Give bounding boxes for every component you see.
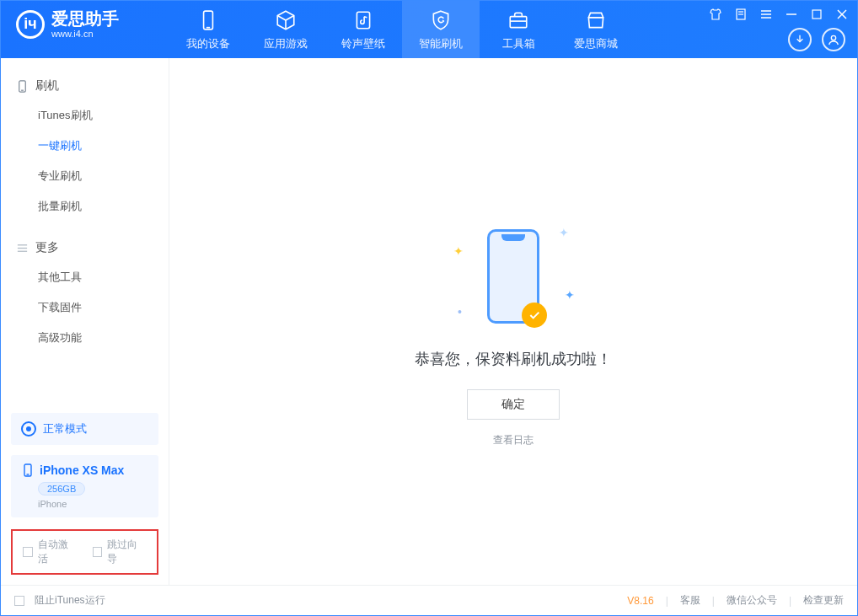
device-capacity: 256GB [38, 482, 85, 495]
sparkle-icon: ✦ [453, 244, 464, 258]
ok-button[interactable]: 确定 [467, 389, 560, 420]
footer-link-update[interactable]: 检查更新 [803, 593, 844, 608]
svg-point-18 [831, 35, 835, 40]
music-file-icon [352, 9, 374, 31]
toolbox-icon [507, 9, 529, 31]
brand-url: www.i4.cn [51, 29, 119, 40]
footer-link-support[interactable]: 客服 [680, 593, 700, 608]
sidebar-item-other[interactable]: 其他工具 [1, 262, 169, 292]
download-icon[interactable] [788, 28, 812, 51]
sidebar-bottom: 正常模式 iPhone XS Max 256GB iPhone 自动激活 [1, 413, 169, 585]
tab-flash[interactable]: 智能刷机 [402, 1, 480, 58]
phone-illustration-icon [487, 229, 539, 324]
titlebar: iч 爱思助手 www.i4.cn 我的设备 应用游戏 铃声壁纸 智能刷机 [1, 1, 857, 58]
phone-small-icon [21, 463, 35, 477]
tab-ringtone[interactable]: 铃声壁纸 [324, 1, 402, 58]
success-illustration: ✦ ✦ • ✦ [487, 229, 539, 324]
mode-card[interactable]: 正常模式 [11, 413, 158, 445]
sidebar-item-oneclick[interactable]: 一键刷机 [1, 131, 169, 161]
tab-store[interactable]: 爱思商城 [557, 1, 635, 58]
checkbox-block-itunes[interactable]: 阻止iTunes运行 [14, 593, 105, 608]
top-tabs: 我的设备 应用游戏 铃声壁纸 智能刷机 工具箱 爱思商城 [169, 1, 635, 58]
device-type: iPhone [38, 499, 148, 509]
store-icon [585, 9, 607, 31]
sidebar-item-pro[interactable]: 专业刷机 [1, 161, 169, 191]
cube-icon [275, 9, 297, 31]
phone-icon [197, 9, 219, 31]
refresh-shield-icon [430, 9, 452, 31]
tab-apps[interactable]: 应用游戏 [247, 1, 324, 58]
header-actions [788, 28, 845, 51]
minimize-icon[interactable] [785, 8, 798, 21]
checkbox-skip-guide[interactable]: 跳过向导 [93, 538, 147, 566]
main-content: ✦ ✦ • ✦ 恭喜您，保资料刷机成功啦！ 确定 查看日志 [169, 58, 857, 585]
menu-icon[interactable] [759, 8, 773, 21]
checkbox-auto-activate[interactable]: 自动激活 [23, 538, 78, 566]
body: 刷机 iTunes刷机 一键刷机 专业刷机 批量刷机 更多 其他工具 下载固件 … [1, 58, 857, 585]
mode-label: 正常模式 [43, 421, 87, 437]
close-icon[interactable] [835, 8, 849, 21]
tab-device[interactable]: 我的设备 [169, 1, 247, 58]
sidebar-group-more: 更多 [1, 233, 169, 262]
sidebar-item-firmware[interactable]: 下载固件 [1, 292, 169, 323]
device-card[interactable]: iPhone XS Max 256GB iPhone [11, 455, 158, 517]
mode-indicator-icon [21, 421, 36, 437]
footer-link-wechat[interactable]: 微信公众号 [727, 593, 777, 608]
sidebar-item-batch[interactable]: 批量刷机 [1, 191, 169, 222]
checkbox-icon [23, 547, 33, 557]
device-icon [16, 80, 29, 93]
sparkle-icon: ✦ [565, 288, 575, 302]
svg-rect-0 [204, 11, 213, 29]
window-controls [709, 8, 849, 21]
sparkle-icon: • [458, 305, 462, 319]
options-highlight: 自动激活 跳过向导 [11, 529, 158, 575]
note-icon[interactable] [734, 8, 748, 21]
sidebar-group-flash: 刷机 [1, 72, 169, 100]
check-badge-icon [522, 303, 547, 328]
sidebar-item-itunes[interactable]: iTunes刷机 [1, 100, 169, 131]
view-log-link[interactable]: 查看日志 [493, 433, 534, 447]
sidebar: 刷机 iTunes刷机 一键刷机 专业刷机 批量刷机 更多 其他工具 下载固件 … [1, 58, 169, 585]
checkbox-icon [14, 596, 24, 606]
tab-toolbox[interactable]: 工具箱 [480, 1, 557, 58]
maximize-icon[interactable] [810, 8, 823, 21]
svg-rect-3 [357, 12, 369, 29]
svg-rect-4 [510, 17, 527, 28]
success-message: 恭喜您，保资料刷机成功啦！ [415, 349, 612, 369]
logo: iч 爱思助手 www.i4.cn [1, 1, 169, 40]
sidebar-group1-label: 刷机 [35, 78, 59, 94]
logo-icon: iч [16, 10, 45, 39]
svg-rect-14 [812, 10, 821, 19]
tshirt-icon[interactable] [709, 8, 722, 21]
checkbox-icon [93, 547, 103, 557]
version-label: V8.16 [627, 595, 653, 607]
brand-name: 爱思助手 [51, 9, 119, 29]
sparkle-icon: ✦ [559, 226, 569, 239]
statusbar: 阻止iTunes运行 V8.16 | 客服 | 微信公众号 | 检查更新 [1, 585, 857, 615]
list-icon [16, 242, 29, 254]
sidebar-group2-label: 更多 [35, 240, 59, 255]
device-name: iPhone XS Max [40, 463, 124, 477]
sidebar-item-advanced[interactable]: 高级功能 [1, 323, 169, 353]
user-icon[interactable] [822, 28, 845, 51]
app-window: iч 爱思助手 www.i4.cn 我的设备 应用游戏 铃声壁纸 智能刷机 [0, 0, 858, 616]
